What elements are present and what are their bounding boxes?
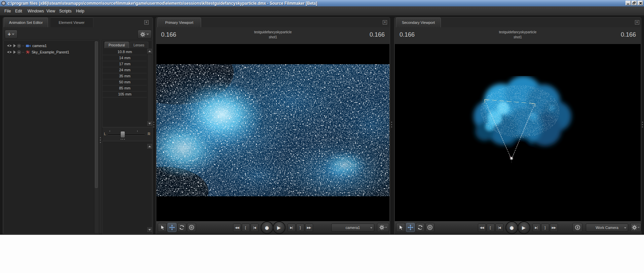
tab-procedural[interactable]: Procedural (105, 42, 129, 48)
rotate-tool-button[interactable] (416, 223, 425, 232)
clip-out-button[interactable]: ] (296, 224, 304, 232)
viewport-splitter-grip[interactable] (391, 122, 392, 127)
lens-scroll-up-button[interactable] (147, 49, 152, 53)
slider-handle[interactable] (120, 131, 125, 138)
lens-option-17mm[interactable]: 17 mm (103, 61, 147, 67)
menu-windows[interactable]: Windows (28, 9, 44, 13)
play-button[interactable]: ▶ (273, 221, 286, 234)
camera-selector-dropdown[interactable]: Work Camera (586, 224, 628, 232)
orbit-tool-button[interactable] (425, 223, 434, 232)
lens-scroll-down-button[interactable] (147, 121, 152, 126)
record-button[interactable]: ● (505, 221, 518, 234)
lens-option-24mm[interactable]: 24 mm (103, 67, 147, 73)
tab-element-viewer[interactable]: Element Viewer (50, 17, 93, 27)
menu-edit[interactable]: Edit (15, 9, 22, 13)
add-animation-set-button[interactable]: + (5, 30, 17, 39)
clip-in-button[interactable]: [ (487, 224, 495, 232)
tab-primary-viewport[interactable]: Primary Viewport (157, 17, 201, 27)
window-title: c:\program files (x86)\steam\steamapps\c… (7, 1, 317, 6)
menu-help[interactable]: Help (76, 9, 84, 13)
shot-name: shot1 (156, 35, 389, 40)
menu-view[interactable]: View (46, 9, 55, 13)
next-frame-button[interactable]: ▶| (532, 224, 540, 232)
tab-lenses[interactable]: Lenses (129, 42, 148, 48)
secondary-viewport-toolbar: ◀◀ [ |◀ ● ▶ ▶| ] ▶▶ Work Camera (395, 221, 641, 234)
session-name: testguidefancyskyparticle (395, 30, 641, 35)
tab-secondary-viewport[interactable]: Secondary Viewport (396, 17, 441, 27)
move-tool-button[interactable] (167, 223, 177, 232)
rotate-icon (179, 225, 185, 230)
skip-to-end-button[interactable]: ▶▶ (305, 224, 313, 232)
chevron-down-icon (385, 227, 387, 228)
visibility-eye-icon[interactable] (7, 50, 12, 54)
clip-in-button[interactable]: [ (242, 224, 250, 232)
menu-file[interactable]: File (4, 9, 11, 13)
skip-to-start-button[interactable]: ◀◀ (233, 224, 241, 232)
tree-label-sky-example-parent1[interactable]: Sky_Example_Parent1 (32, 50, 69, 54)
lens-option-35mm[interactable]: 35 mm (103, 73, 147, 79)
camera-selector-value: camera1 (346, 226, 360, 230)
desktop-background (0, 235, 644, 273)
cursor-icon (160, 225, 165, 230)
clip-out-button[interactable]: ] (541, 224, 549, 232)
minimize-button[interactable] (626, 1, 631, 5)
tree-scrollbar[interactable] (94, 41, 99, 234)
lens-option-50mm[interactable]: 50 mm (103, 79, 147, 85)
lens-option-85mm[interactable]: 85 mm (103, 85, 147, 91)
lower-scroll-up-button[interactable] (147, 144, 152, 149)
orbit-tool-button[interactable] (187, 223, 196, 232)
tree-row-camera1[interactable]: camera1 (7, 43, 48, 48)
expand-plus-icon[interactable] (17, 50, 21, 54)
tab-animation-set-editor[interactable]: Animation Set Editor (4, 17, 48, 27)
expand-plus-icon[interactable] (17, 44, 21, 48)
menu-scripts[interactable]: Scripts (59, 9, 72, 13)
panel-splitter-grip[interactable] (153, 122, 154, 127)
titlebar[interactable]: c:\program files (x86)\steam\steamapps\c… (0, 0, 644, 6)
skip-to-start-button[interactable]: ◀◀ (478, 224, 486, 232)
edge-splitter-grip[interactable] (642, 122, 643, 127)
primary-viewport-canvas[interactable] (156, 44, 389, 222)
camera-selector-dropdown[interactable]: camera1 (331, 224, 374, 232)
tree-label-camera1[interactable]: camera1 (32, 44, 47, 48)
close-button[interactable] (638, 1, 643, 5)
slider-track[interactable] (108, 134, 145, 135)
skip-to-end-button[interactable]: ▶▶ (550, 224, 558, 232)
tree-row-sky-example-parent1[interactable]: Sky_Example_Parent1 (7, 49, 71, 55)
secondary-viewport-panel: Secondary Viewport × 0.166 0.166 testgui… (394, 17, 641, 234)
animation-set-panel: Animation Set Editor Element Viewer × + (3, 17, 153, 234)
select-tool-button[interactable] (396, 223, 405, 232)
secondary-viewport-canvas[interactable] (395, 44, 641, 222)
panel-gear-button[interactable] (138, 30, 152, 39)
lens-option-105mm[interactable]: 105 mm (103, 91, 147, 98)
rotate-tool-button[interactable] (177, 223, 186, 232)
viewport-settings-button[interactable] (630, 223, 641, 232)
next-frame-button[interactable]: ▶| (288, 224, 296, 232)
lower-scroll-down-button[interactable] (147, 227, 152, 232)
lens-list-scrollbar[interactable] (147, 54, 152, 121)
select-tool-button[interactable] (158, 223, 167, 232)
secondary-viewport-close-button[interactable]: × (635, 20, 639, 25)
previous-frame-button[interactable]: |◀ (495, 224, 503, 232)
slider-left-label: L (104, 132, 106, 136)
world-gimbal-button[interactable] (572, 223, 582, 232)
primary-viewport-close-button[interactable]: × (383, 20, 387, 25)
tree-scrollbar-thumb[interactable] (95, 41, 98, 188)
session-name: testguidefancyskyparticle (156, 30, 389, 35)
subpanel-splitter-grip[interactable] (100, 137, 101, 143)
play-button[interactable]: ▶ (518, 221, 530, 234)
selection-arrow-icon[interactable] (13, 44, 16, 47)
viewport-settings-button[interactable] (377, 223, 389, 232)
lens-option-10-8mm[interactable]: 10.8 mm (103, 49, 147, 55)
record-button[interactable]: ● (261, 221, 273, 234)
selection-arrow-icon[interactable] (13, 50, 16, 54)
move-tool-button[interactable] (406, 223, 415, 232)
restore-button[interactable] (632, 1, 637, 5)
panel-close-button[interactable]: × (144, 20, 149, 25)
previous-frame-button[interactable]: |◀ (251, 224, 259, 232)
visibility-eye-icon[interactable] (7, 44, 12, 47)
lens-option-14mm[interactable]: 14 mm (103, 55, 147, 61)
arrow-down-icon (148, 229, 151, 231)
tree-link (22, 46, 24, 46)
primary-viewport-toolbar: ◀◀ [ |◀ ● ▶ ▶| ] ▶▶ camera1 (156, 221, 389, 234)
chevron-down-icon (146, 34, 149, 35)
